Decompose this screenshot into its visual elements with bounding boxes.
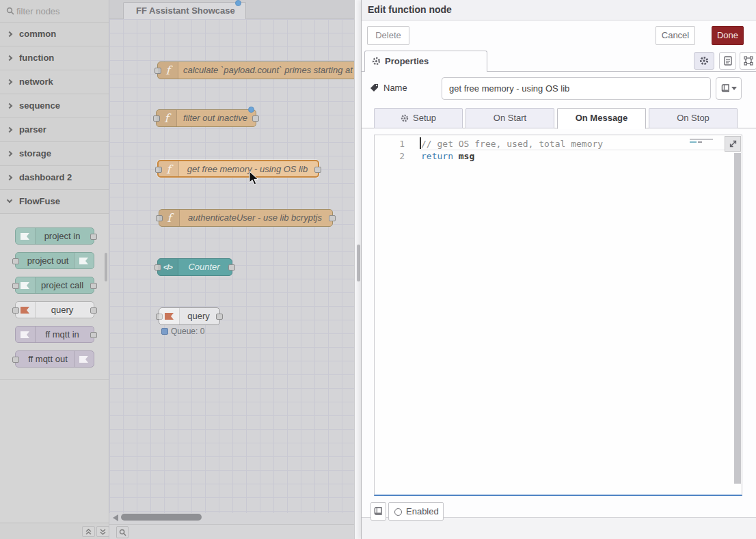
tab-on-stop[interactable]: On Stop — [649, 108, 738, 128]
properties-tab-label: Properties — [385, 56, 429, 66]
palette-node-query[interactable]: query — [15, 301, 94, 318]
palette-category-common[interactable]: common — [0, 23, 109, 46]
chevron-down-icon — [7, 197, 12, 203]
palette-category-sequence[interactable]: sequence — [0, 94, 109, 118]
palette-node-ff-mqtt-in[interactable]: ff mqtt in — [15, 326, 94, 343]
function-editor-tabs: Setup On Start On Message On Stop — [362, 108, 756, 128]
code-editor[interactable]: 1 // get OS free, used, total memory 2 r… — [374, 135, 742, 496]
output-port[interactable] — [228, 264, 235, 271]
palette-category-network[interactable]: network — [0, 70, 109, 94]
current-line-border — [420, 150, 727, 150]
expand-diagonal-icon — [729, 139, 738, 148]
palette-node-project-call[interactable]: project call — [15, 277, 94, 294]
flow-tab[interactable]: FF Assistant Showcase — [123, 2, 246, 20]
output-port[interactable] — [90, 307, 97, 314]
counter-node[interactable]: </> Counter — [157, 258, 232, 276]
cancel-button[interactable]: Cancel — [656, 26, 695, 45]
function-node-filter-out-inactive[interactable]: f filter out inactive — [156, 109, 256, 127]
frame-corners-icon — [744, 56, 753, 66]
category-label: FlowFuse — [19, 190, 60, 213]
palette-node-label: query — [33, 302, 91, 318]
palette-search-input[interactable] — [16, 0, 105, 22]
scroll-left-arrow[interactable] — [113, 514, 118, 521]
canvas-vertical-scrollbar[interactable] — [357, 245, 360, 281]
flow-tab-label: FF Assistant Showcase — [124, 3, 245, 19]
node-label: query — [180, 308, 217, 324]
category-label: storage — [19, 142, 51, 165]
panel-splitter[interactable] — [354, 0, 361, 539]
name-input[interactable] — [442, 77, 711, 100]
enabled-toggle-button[interactable]: Enabled — [388, 502, 444, 521]
output-port[interactable] — [314, 167, 321, 173]
horizontal-scrollbar[interactable] — [121, 514, 202, 521]
input-port[interactable] — [12, 258, 19, 264]
function-node-get-free-memory[interactable]: f get free memory - using OS lib — [157, 160, 319, 178]
chevron-right-icon — [7, 103, 12, 109]
done-button[interactable]: Done — [712, 26, 744, 45]
delete-button[interactable]: Delete — [367, 26, 409, 45]
tray-footer: Enabled — [362, 517, 756, 539]
palette-search[interactable] — [0, 0, 109, 23]
status-square-icon — [161, 328, 168, 335]
palette-node-project-out[interactable]: project out — [15, 252, 94, 269]
label-options-button[interactable] — [716, 77, 742, 100]
editor-scrollbar[interactable] — [734, 153, 741, 484]
palette-node-label: project out — [18, 253, 77, 269]
palette-node-project-in[interactable]: project in — [15, 227, 94, 245]
palette-category-flowfuse[interactable]: FlowFuse — [0, 190, 109, 214]
edit-properties-button[interactable] — [694, 52, 714, 70]
palette-scrollbar[interactable] — [105, 253, 107, 281]
function-icon: f — [159, 161, 179, 176]
flow-canvas[interactable]: FF Assistant Showcase f calculate `paylo… — [109, 0, 354, 539]
collapse-all-button[interactable] — [82, 526, 95, 537]
category-label: function — [19, 46, 54, 70]
function-icon: f — [159, 210, 180, 226]
node-help-button[interactable] — [370, 502, 386, 521]
palette-category-dashboard2[interactable]: dashboard 2 — [0, 166, 109, 190]
palette-category-storage[interactable]: storage — [0, 142, 109, 166]
node-label: get free memory - using OS lib — [180, 161, 315, 178]
editor-expand-button[interactable] — [725, 136, 741, 152]
text-cursor — [420, 137, 421, 149]
book-icon — [374, 507, 383, 516]
canvas-grid[interactable]: f calculate `payload.count` primes start… — [109, 19, 354, 513]
palette-flowfuse-section: project in project out project call quer… — [0, 214, 109, 380]
category-label: dashboard 2 — [19, 166, 72, 189]
palette-node-label: project in — [33, 228, 91, 245]
canvas-search-button[interactable] — [116, 526, 129, 538]
input-port[interactable] — [12, 357, 19, 363]
function-node-authenticate-user[interactable]: f authenticateUser - use lib bcryptjs — [159, 209, 333, 227]
palette-footer — [0, 523, 109, 539]
function-node-calculate-primes[interactable]: f calculate `payload.count` primes start… — [157, 61, 354, 79]
output-port[interactable] — [90, 234, 97, 240]
tray-title: Edit function node — [362, 0, 756, 20]
palette-node-label: ff mqtt out — [18, 351, 77, 368]
node-label: Counter — [179, 259, 229, 275]
output-port[interactable] — [252, 115, 259, 122]
chevron-right-icon — [7, 55, 12, 61]
node-label: filter out inactive — [178, 110, 253, 126]
gear-icon — [372, 57, 381, 66]
tab-setup[interactable]: Setup — [374, 108, 463, 128]
palette-node-ff-mqtt-out[interactable]: ff mqtt out — [15, 350, 94, 368]
description-button[interactable] — [719, 52, 736, 70]
output-port[interactable] — [329, 215, 336, 221]
expand-all-button[interactable] — [96, 526, 109, 537]
output-port[interactable] — [216, 314, 223, 320]
input-port[interactable] — [12, 307, 19, 314]
tab-on-message[interactable]: On Message — [557, 108, 646, 129]
tab-on-start[interactable]: On Start — [465, 108, 554, 128]
input-port[interactable] — [12, 283, 19, 289]
output-port[interactable] — [90, 332, 97, 338]
query-node[interactable]: query — [159, 307, 220, 325]
properties-tab[interactable]: Properties — [364, 51, 487, 72]
palette-category-parser[interactable]: parser — [0, 118, 109, 142]
category-label: common — [19, 23, 56, 46]
workspace-tab-bar: FF Assistant Showcase — [109, 0, 354, 19]
appearance-button[interactable] — [740, 52, 756, 70]
category-label: sequence — [19, 94, 60, 118]
mouse-cursor — [249, 171, 261, 187]
palette-category-function[interactable]: function — [0, 46, 109, 70]
output-port[interactable] — [90, 283, 97, 289]
tray-tab-row: Properties — [362, 51, 756, 72]
